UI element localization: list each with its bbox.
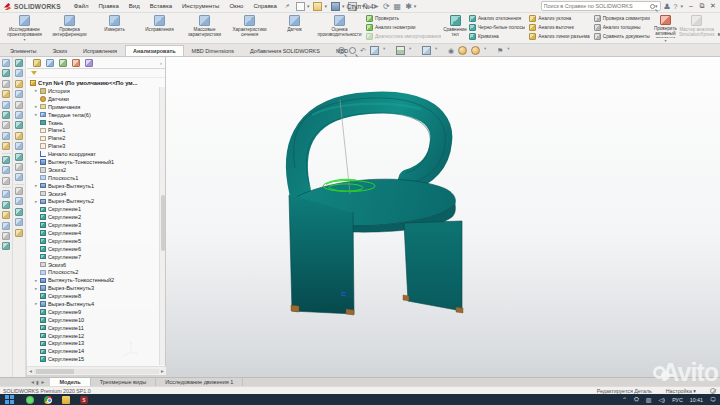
ribbon-small-button[interactable]: Анализ линии разъема (529, 33, 589, 41)
file-explorer-icon[interactable] (62, 396, 70, 404)
ribbon-small-button[interactable]: Анализ уклона (529, 15, 589, 23)
menu-item[interactable]: Инструменты (177, 0, 224, 13)
toolbar-icon[interactable] (15, 208, 23, 216)
toolbar-icon[interactable] (15, 90, 23, 98)
tree-item[interactable]: ▸ Скругление1 (27, 205, 159, 213)
restore-button[interactable]: ⧉ (697, 1, 707, 11)
toolbar-icon[interactable] (2, 80, 10, 88)
toolbar-icon[interactable] (15, 80, 23, 88)
toolbar-icon[interactable] (2, 187, 11, 188)
tree-item[interactable]: ▸ Скругление12 (27, 332, 159, 340)
menu-item[interactable]: Вид (124, 0, 145, 13)
tree-item[interactable]: ▸ Скругление6 (27, 245, 159, 253)
ribbon-small-button[interactable]: Анализ геометрии (366, 24, 441, 32)
new-document-icon[interactable] (296, 2, 305, 11)
toolbar-icon[interactable] (15, 101, 23, 109)
menu-item[interactable]: Файл (69, 0, 94, 13)
document-tab[interactable]: Исследование движения 1 (156, 378, 243, 386)
pin-icon[interactable]: 📌︎ (284, 3, 290, 9)
tree-item[interactable]: ▸ Скругление13 (27, 340, 159, 348)
help-search-box[interactable]: ▾ (541, 1, 661, 11)
chair-front-left-leg[interactable] (289, 195, 354, 314)
ribbon-button[interactable]: Измерить (92, 13, 137, 43)
caret-icon[interactable]: ▾ (680, 3, 683, 9)
apply-scene-icon[interactable] (471, 46, 480, 55)
tree-item[interactable]: ▸ Вытянуть-Тонкостенный2 (27, 276, 159, 284)
tree-item[interactable]: ▸ Скругление9 (27, 308, 159, 316)
panel-tab-icon[interactable] (59, 59, 67, 67)
panel-tab-icon[interactable] (85, 59, 93, 67)
save-icon[interactable] (331, 2, 340, 11)
taskbar-app-icon[interactable] (26, 396, 34, 404)
options-icon[interactable]: ▦ (394, 2, 402, 11)
menu-item[interactable]: Правка (94, 0, 124, 13)
windows-start-button[interactable] (5, 395, 14, 404)
toolbar-icon[interactable] (2, 121, 10, 129)
tree-item[interactable]: ▸ Скругление15 (27, 355, 159, 363)
caret-icon[interactable]: ▾ (484, 46, 493, 55)
tree-item[interactable]: ▸ Плоскость2 (27, 268, 159, 276)
ribbon-small-button[interactable]: Анализ выточек (529, 24, 589, 32)
toolbar-icon[interactable] (2, 69, 10, 77)
scrollbar-thumb[interactable] (161, 195, 165, 251)
browser-icon[interactable] (44, 396, 52, 404)
tree-item[interactable]: ▸ Твердые тела(6) (27, 111, 159, 119)
tab-scroll-arrows[interactable]: ◄ ▮ ► (0, 378, 50, 386)
caret-icon[interactable]: ▾ (409, 46, 418, 55)
panel-tab-icon[interactable] (46, 59, 54, 67)
ribbon-button[interactable]: Характеристики сечения (227, 13, 272, 43)
tree-item[interactable]: ▸ История (27, 87, 159, 95)
toolbar-icon[interactable] (15, 173, 23, 181)
scroll-left-icon[interactable]: ◄ (28, 368, 33, 374)
ribbon-button-compare-bodies[interactable]: Сравнение тел (443, 13, 467, 43)
tree-horizontal-scrollbar[interactable]: ◄ ► (27, 366, 166, 375)
chair-front-right-leg[interactable] (404, 221, 462, 311)
tree-item[interactable]: ▸ Вырез-Вытянуть3 (27, 284, 159, 292)
tree-item[interactable]: ▸ Эскиз2 (27, 166, 159, 174)
tree-item[interactable]: ▸ Скругление11 (27, 324, 159, 332)
toolbar-icon[interactable] (15, 142, 23, 150)
document-tab[interactable]: Трехмерные виды (91, 378, 156, 386)
tree-item[interactable]: ▸ Начало координат (27, 150, 159, 158)
user-account-icon[interactable]: 👤︎ (664, 3, 671, 10)
tree-item[interactable]: ▸ Скругление2 (27, 213, 159, 221)
filter-funnel-icon[interactable] (31, 71, 37, 75)
network-icon[interactable]: ▥ (646, 396, 652, 403)
search-icon[interactable] (650, 4, 655, 9)
close-button[interactable]: ✕ (708, 1, 718, 11)
notification-icon[interactable]: 🗨︎ (710, 397, 716, 403)
language-indicator[interactable]: РУС (672, 397, 683, 403)
tree-item[interactable]: ▸ Скругление5 (27, 237, 159, 245)
view-orientation-icon[interactable] (396, 46, 405, 55)
tree-item[interactable]: ▸ Вырез-Вытянуть1 (27, 182, 159, 190)
command-tab[interactable]: Эскиз (44, 45, 75, 56)
tree-item[interactable]: ▸ Скругление14 (27, 347, 159, 355)
toolbar-icon[interactable] (15, 111, 23, 119)
scrollbar-thumb[interactable] (36, 369, 74, 374)
tray-icon[interactable]: ⛭ (634, 396, 639, 403)
rebuild-icon[interactable]: ⟳ (383, 2, 390, 11)
toolbar-icon[interactable] (15, 153, 23, 161)
zoom-area-icon[interactable] (349, 47, 356, 54)
open-icon[interactable] (313, 2, 322, 11)
tree-root-item[interactable]: Стул №4 (По умолчанию<<По ум... (27, 78, 165, 87)
help-icon[interactable]: ? (674, 3, 678, 10)
tree-item[interactable]: ▸ Plane1 (27, 126, 159, 134)
toolbar-icon[interactable] (15, 59, 23, 67)
search-input[interactable] (544, 3, 650, 9)
ribbon-small-button[interactable]: Анализ отклонения (469, 15, 525, 23)
panel-tab-icon[interactable] (72, 59, 80, 67)
ribbon-small-button[interactable]: Проверить (366, 15, 441, 23)
caret-icon[interactable]: ▾ (507, 46, 516, 55)
scroll-right-icon[interactable]: ► (160, 368, 165, 374)
ribbon-small-button[interactable]: Кривизна (469, 33, 525, 41)
command-tab[interactable]: MBD Dimensions (184, 45, 242, 56)
toolbar-icon[interactable] (15, 163, 23, 171)
toolbar-icon[interactable] (2, 153, 11, 154)
toolbar-icon[interactable] (2, 222, 10, 230)
tree-item[interactable]: ▸ Плоскость1 (27, 174, 159, 182)
toolbar-icon[interactable] (2, 242, 10, 250)
ribbon-button[interactable]: Исправления (137, 13, 182, 43)
toolbar-icon[interactable] (2, 166, 10, 174)
caret-icon[interactable]: ▾ (435, 46, 444, 55)
